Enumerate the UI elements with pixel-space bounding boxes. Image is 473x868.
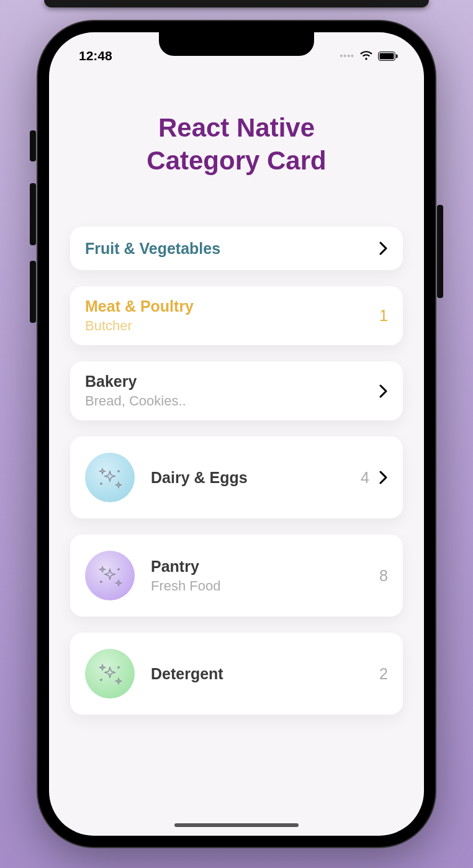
wifi-icon xyxy=(359,51,373,61)
card-subtitle: Fresh Food xyxy=(151,578,379,594)
card-right xyxy=(379,242,388,255)
svg-rect-2 xyxy=(396,54,398,58)
card-count: 2 xyxy=(379,665,388,683)
card-right: 4 xyxy=(361,469,388,487)
card-title: Pantry xyxy=(151,558,379,576)
card-title: Detergent xyxy=(151,665,379,683)
outer-device-edge xyxy=(44,0,429,7)
page-title-line-2: Category Card xyxy=(146,146,326,175)
card-text: Bakery Bread, Cookies.. xyxy=(85,373,379,409)
card-right: 2 xyxy=(379,665,388,683)
phone-screen: 12:48 •••• React Native Category Card Fr… xyxy=(49,32,424,836)
card-title: Bakery xyxy=(85,373,379,391)
category-card-fruit-vegetables[interactable]: Fruit & Vegetables xyxy=(70,227,403,270)
card-title: Meat & Poultry xyxy=(85,297,379,315)
phone-side-button xyxy=(30,261,36,323)
chevron-right-icon xyxy=(379,471,388,484)
category-card-list: Fruit & Vegetables Meat & Poultry Butche… xyxy=(49,227,424,715)
card-right: 1 xyxy=(379,307,388,325)
category-card-detergent[interactable]: Detergent 2 xyxy=(70,633,403,715)
card-text: Pantry Fresh Food xyxy=(151,558,379,594)
phone-side-button xyxy=(30,183,36,245)
sparkle-icon xyxy=(85,649,135,698)
status-time: 12:48 xyxy=(79,48,112,63)
category-card-bakery[interactable]: Bakery Bread, Cookies.. xyxy=(70,361,403,420)
chevron-right-icon xyxy=(379,242,388,255)
card-title: Dairy & Eggs xyxy=(151,469,361,487)
card-count: 8 xyxy=(379,567,388,585)
chevron-right-icon xyxy=(379,384,388,398)
phone-frame: 12:48 •••• React Native Category Card Fr… xyxy=(38,21,435,847)
sparkle-icon xyxy=(85,453,135,502)
category-card-pantry[interactable]: Pantry Fresh Food 8 xyxy=(70,535,403,617)
card-text: Detergent xyxy=(151,665,379,683)
card-text: Dairy & Eggs xyxy=(151,469,361,487)
battery-icon xyxy=(378,52,398,61)
cellular-dots-icon: •••• xyxy=(340,51,354,61)
category-card-meat-poultry[interactable]: Meat & Poultry Butcher 1 xyxy=(70,286,403,345)
status-right: •••• xyxy=(340,51,398,61)
svg-rect-1 xyxy=(380,53,394,59)
card-count: 4 xyxy=(361,469,369,487)
phone-side-button xyxy=(437,205,443,298)
card-right xyxy=(379,384,388,398)
page-title: React Native Category Card xyxy=(49,112,424,177)
card-count: 1 xyxy=(379,307,388,325)
card-text: Meat & Poultry Butcher xyxy=(85,297,379,334)
card-subtitle: Bread, Cookies.. xyxy=(85,393,379,409)
card-subtitle: Butcher xyxy=(85,318,379,334)
card-text: Fruit & Vegetables xyxy=(85,240,379,258)
card-title: Fruit & Vegetables xyxy=(85,240,379,258)
phone-notch xyxy=(159,32,314,56)
card-right: 8 xyxy=(379,567,388,585)
page-title-line-1: React Native xyxy=(158,113,315,142)
home-indicator[interactable] xyxy=(174,823,299,827)
category-card-dairy-eggs[interactable]: Dairy & Eggs 4 xyxy=(70,436,403,518)
phone-side-button xyxy=(30,130,36,161)
sparkle-icon xyxy=(85,551,135,600)
